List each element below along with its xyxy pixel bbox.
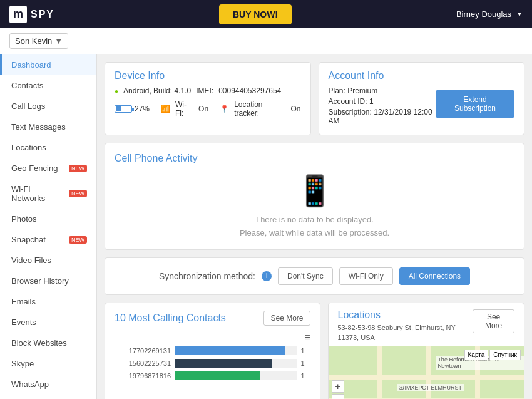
battery-fill bbox=[116, 106, 121, 111]
all-connections-button[interactable]: All Connections bbox=[399, 267, 470, 285]
bar-count-3: 1 bbox=[301, 372, 310, 380]
wifi-status: On bbox=[198, 105, 208, 113]
content-area: Device Info ● Android, Build: 4.1.0 IMEI… bbox=[97, 54, 532, 399]
location-tracker-icon: 📍 bbox=[220, 105, 229, 113]
map-zoom-out-button[interactable]: − bbox=[332, 394, 344, 399]
android-dot-icon: ● bbox=[115, 88, 118, 95]
device-info-title: Device Info bbox=[115, 70, 301, 81]
bar-fill-2 bbox=[175, 359, 272, 368]
wifi-label: Wi-Fi: bbox=[175, 100, 193, 118]
calling-see-more-button[interactable]: See More bbox=[263, 311, 310, 326]
sidebar-item-whatsapp[interactable]: WhatsApp bbox=[0, 374, 96, 395]
plan-value: Premium bbox=[347, 86, 377, 95]
sidebar-item-contacts[interactable]: Contacts bbox=[0, 75, 96, 96]
calling-header: 10 Most Calling Contacts See More bbox=[115, 311, 310, 326]
user-menu[interactable]: Birney Douglas ▼ bbox=[456, 9, 523, 19]
locations-see-more-button[interactable]: See More bbox=[473, 309, 514, 333]
locations-header: Locations 53-82-53-98 Seabury St, Elmhur… bbox=[329, 303, 524, 346]
sidebar-item-label: Emails bbox=[11, 297, 36, 306]
geo-fencing-badge: NEW bbox=[69, 165, 87, 172]
sidebar-item-label: Locations bbox=[11, 143, 46, 152]
bar-number-2: 15602225731 bbox=[115, 360, 171, 367]
account-id-label: Account ID: bbox=[329, 97, 367, 106]
logo: m SPY bbox=[9, 6, 54, 23]
sidebar-item-dashboard[interactable]: Dashboard bbox=[0, 54, 96, 75]
buy-now-button[interactable]: BUY NOW! bbox=[219, 4, 292, 24]
phone-icon-large: 📱 bbox=[115, 174, 514, 209]
bar-fill-3 bbox=[175, 371, 260, 380]
sidebar-item-viber[interactable]: Viber bbox=[0, 395, 96, 399]
plan-label: Plan: bbox=[329, 86, 345, 95]
location-label: Location tracker: bbox=[234, 100, 285, 118]
sidebar-item-geo-fencing[interactable]: Geo Fencing NEW bbox=[0, 158, 96, 179]
sidebar-item-label: Skype bbox=[11, 359, 34, 368]
map-zoom-in-button[interactable]: + bbox=[332, 380, 344, 393]
sidebar-item-wifi-networks[interactable]: Wi-Fi Networks NEW bbox=[0, 179, 96, 209]
bar-container-1 bbox=[175, 346, 297, 355]
bar-number-1: 17702269131 bbox=[115, 347, 171, 355]
sync-label: Synchronization method: bbox=[159, 271, 255, 281]
sidebar-item-label: Events bbox=[11, 318, 36, 327]
no-data-line2: Please, wait while data will be processe… bbox=[115, 227, 514, 240]
calling-contacts-card: 10 Most Calling Contacts See More ≡ 1770… bbox=[105, 303, 320, 399]
sidebar-item-label: Dashboard bbox=[11, 60, 51, 70]
device-selector[interactable]: Son Kevin ▼ bbox=[9, 33, 68, 49]
sync-info-icon[interactable]: i bbox=[262, 271, 272, 281]
battery-tip bbox=[132, 108, 134, 111]
sidebar-item-browser-history[interactable]: Browser History bbox=[0, 271, 96, 291]
cell-phone-activity-title: Cell Phone Activity bbox=[115, 153, 514, 164]
bar-row-3: 19796871816 1 bbox=[115, 371, 310, 380]
battery-percent: 27% bbox=[135, 105, 150, 113]
dont-sync-button[interactable]: Don't Sync bbox=[278, 267, 333, 285]
sidebar-item-text-messages[interactable]: Text Messages bbox=[0, 117, 96, 137]
sidebar-item-events[interactable]: Events bbox=[0, 312, 96, 333]
subscription-row: Subscription: 12/31/2019 12:00 AM bbox=[329, 108, 436, 125]
wifi-icon: 📶 bbox=[161, 105, 170, 113]
locations-info: Locations 53-82-53-98 Seabury St, Elmhur… bbox=[338, 309, 473, 343]
sidebar-item-label: Geo Fencing bbox=[11, 163, 58, 173]
snapchat-badge: NEW bbox=[69, 236, 87, 244]
map-container: The Reformed Church of Newtown ЭЛМХЕРСТ … bbox=[329, 346, 524, 399]
sidebar-item-locations[interactable]: Locations bbox=[0, 137, 96, 158]
bar-count-1: 1 bbox=[301, 347, 310, 355]
wifi-only-button[interactable]: Wi-Fi Only bbox=[339, 267, 393, 285]
map-background: The Reformed Church of Newtown ЭЛМХЕРСТ … bbox=[329, 346, 524, 399]
bar-container-3 bbox=[175, 371, 297, 380]
sidebar-item-block-websites[interactable]: Block Websites bbox=[0, 333, 96, 353]
sidebar-item-call-logs[interactable]: Call Logs bbox=[0, 96, 96, 117]
sidebar-item-label: Text Messages bbox=[11, 122, 66, 132]
account-id-value: 1 bbox=[369, 97, 374, 106]
map-area-label: ЭЛМХЕРСТ ELMHURST bbox=[397, 384, 464, 391]
account-info-card: Account Info Plan: Premium Account ID: 1… bbox=[319, 62, 525, 135]
sidebar-item-video-files[interactable]: Video Files bbox=[0, 250, 96, 271]
sidebar-item-photos[interactable]: Photos bbox=[0, 209, 96, 229]
user-name: Birney Douglas bbox=[456, 9, 511, 19]
no-data-message: There is no data to be displayed. Please… bbox=[115, 214, 514, 240]
sidebar-item-label: Browser History bbox=[11, 276, 69, 286]
sidebar-item-emails[interactable]: Emails bbox=[0, 291, 96, 312]
sidebar: Dashboard Contacts Call Logs Text Messag… bbox=[0, 54, 97, 399]
chart-menu-icon[interactable]: ≡ bbox=[115, 332, 310, 343]
account-details: Plan: Premium Account ID: 1 Subscription… bbox=[329, 86, 436, 127]
header: m SPY BUY NOW! Birney Douglas ▼ bbox=[0, 0, 532, 28]
bar-count-2: 1 bbox=[301, 360, 310, 367]
top-row: Device Info ● Android, Build: 4.1.0 IMEI… bbox=[105, 62, 524, 135]
bar-row-1: 17702269131 1 bbox=[115, 346, 310, 355]
map-type-buttons: Карта Спутник bbox=[464, 350, 521, 360]
device-os: Android, Build: 4.1.0 bbox=[123, 86, 191, 95]
device-name: Son Kevin bbox=[15, 36, 52, 46]
wifi-networks-badge: NEW bbox=[69, 190, 87, 197]
bottom-row: 10 Most Calling Contacts See More ≡ 1770… bbox=[105, 303, 524, 399]
map-sputnik-button[interactable]: Спутник bbox=[489, 350, 521, 360]
account-plan-row: Plan: Premium bbox=[329, 86, 436, 95]
sidebar-item-label: WhatsApp bbox=[11, 380, 49, 389]
sidebar-item-skype[interactable]: Skype bbox=[0, 353, 96, 374]
extend-subscription-button[interactable]: Extend Subscription bbox=[436, 90, 514, 118]
sidebar-item-snapchat[interactable]: Snapchat NEW bbox=[0, 229, 96, 250]
map-karta-button[interactable]: Карта bbox=[464, 350, 489, 360]
imei-label: IMEI: bbox=[196, 86, 213, 95]
sub-header: Son Kevin ▼ bbox=[0, 28, 532, 54]
cell-phone-activity-card: Cell Phone Activity 📱 There is no data t… bbox=[105, 143, 524, 250]
account-id-row: Account ID: 1 bbox=[329, 97, 436, 106]
locations-card: Locations 53-82-53-98 Seabury St, Elmhur… bbox=[328, 303, 525, 399]
